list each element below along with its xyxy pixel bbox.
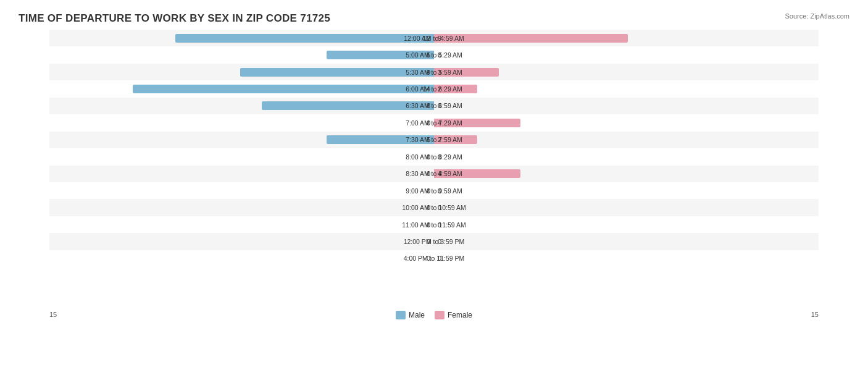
axis-left: 15 bbox=[49, 311, 57, 319]
table-row: 12:00 PM to 3:59 PM00 bbox=[49, 233, 819, 250]
female-legend-label: Female bbox=[448, 311, 472, 319]
legend: Male Female bbox=[396, 311, 472, 319]
table-row: 5:00 AM to 5:29 AM50 bbox=[49, 46, 819, 63]
legend-female: Female bbox=[435, 311, 472, 319]
time-label: 11:00 AM to 11:59 AM bbox=[402, 221, 465, 229]
table-row: 12:00 AM to 4:59 AM129 bbox=[49, 30, 819, 46]
time-label: 5:00 AM to 5:29 AM bbox=[406, 51, 462, 59]
legend-male: Male bbox=[396, 311, 425, 319]
time-label: 6:30 AM to 6:59 AM bbox=[406, 102, 462, 109]
axis-bottom: 15 Male Female 15 bbox=[49, 311, 819, 319]
table-row: 4:00 PM to 11:59 PM00 bbox=[49, 250, 819, 267]
male-legend-label: Male bbox=[409, 311, 425, 319]
time-label: 8:00 AM to 8:29 AM bbox=[406, 153, 462, 161]
source-label: Source: ZipAtlas.com bbox=[785, 12, 849, 20]
table-row: 5:30 AM to 5:59 AM93 bbox=[49, 64, 819, 80]
chart-title: TIME OF DEPARTURE TO WORK BY SEX IN ZIP … bbox=[19, 12, 849, 25]
table-row: 11:00 AM to 11:59 AM00 bbox=[49, 216, 819, 233]
male-legend-box bbox=[396, 311, 406, 319]
time-label: 10:00 AM to 10:59 AM bbox=[402, 204, 465, 211]
time-label: 7:30 AM to 7:59 AM bbox=[406, 136, 462, 143]
time-label: 9:00 AM to 9:59 AM bbox=[406, 187, 462, 195]
table-row: 7:30 AM to 7:59 AM52 bbox=[49, 132, 819, 148]
table-row: 8:00 AM to 8:29 AM00 bbox=[49, 148, 819, 165]
time-label: 6:00 AM to 6:29 AM bbox=[406, 85, 462, 93]
rows-container: 12:00 AM to 4:59 AM1295:00 AM to 5:29 AM… bbox=[49, 30, 819, 301]
female-legend-box bbox=[435, 311, 444, 319]
time-label: 5:30 AM to 5:59 AM bbox=[406, 69, 462, 76]
time-label: 8:30 AM to 8:59 AM bbox=[406, 170, 462, 177]
time-label: 12:00 AM to 4:59 AM bbox=[404, 35, 464, 42]
table-row: 6:30 AM to 6:59 AM80 bbox=[49, 98, 819, 114]
time-label: 7:00 AM to 7:29 AM bbox=[406, 119, 462, 127]
table-row: 6:00 AM to 6:29 AM142 bbox=[49, 80, 819, 97]
axis-right: 15 bbox=[811, 311, 819, 319]
chart-container: TIME OF DEPARTURE TO WORK BY SEX IN ZIP … bbox=[0, 0, 868, 367]
chart-area: 12:00 AM to 4:59 AM1295:00 AM to 5:29 AM… bbox=[19, 30, 849, 319]
time-label: 12:00 PM to 3:59 PM bbox=[404, 238, 465, 245]
table-row: 7:00 AM to 7:29 AM04 bbox=[49, 114, 819, 131]
time-label: 4:00 PM to 11:59 PM bbox=[404, 255, 465, 262]
table-row: 8:30 AM to 8:59 AM04 bbox=[49, 166, 819, 182]
table-row: 10:00 AM to 10:59 AM00 bbox=[49, 199, 819, 216]
table-row: 9:00 AM to 9:59 AM00 bbox=[49, 182, 819, 199]
